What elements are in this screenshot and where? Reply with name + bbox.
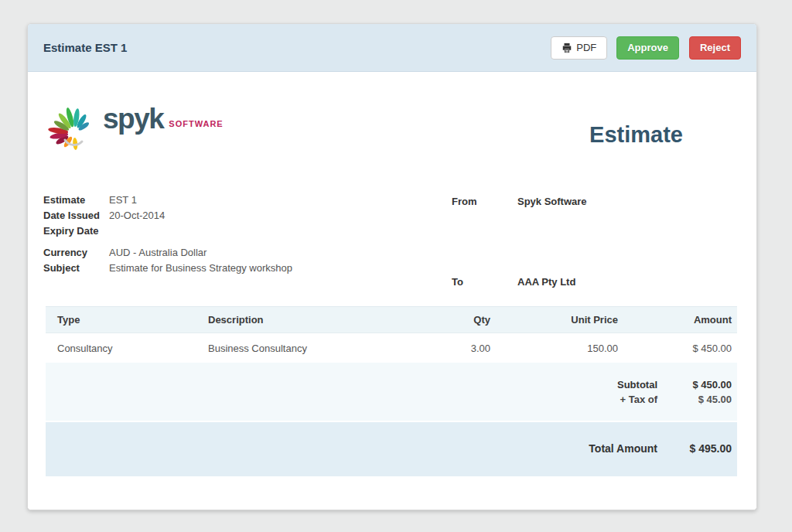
estimate-fields: Estimate EST 1 Date Issued 20-Oct-2014 E…	[43, 194, 292, 278]
printer-icon	[562, 43, 572, 53]
field-expiry-date: Expiry Date	[43, 225, 292, 235]
reject-button[interactable]: Reject	[689, 36, 741, 60]
subtotal-row: Subtotal $ 450.00	[46, 379, 737, 390]
from-label: From	[452, 196, 517, 207]
field-value: 20-Oct-2014	[109, 210, 165, 220]
company-logo: spyk SOFTWARE	[43, 97, 224, 154]
cell-qty: 3.00	[367, 333, 490, 364]
pdf-button-label: PDF	[576, 42, 596, 53]
estimate-panel: Estimate EST 1 PDF Approve Reject	[27, 23, 757, 510]
to-label: To	[452, 276, 517, 288]
to-value: AAA Pty Ltd	[517, 276, 575, 288]
total-section: Total Amount $ 495.00	[46, 422, 737, 476]
tax-label: + Tax of	[620, 394, 657, 405]
field-label: Date Issued	[43, 210, 109, 220]
field-label: Estimate	[43, 194, 109, 204]
line-items-table: Type Description Qty Unit Price Amount C…	[46, 306, 737, 364]
total-label: Total Amount	[589, 442, 657, 455]
from-party: From Spyk Software	[452, 196, 587, 207]
field-estimate: Estimate EST 1	[43, 194, 292, 204]
pdf-button[interactable]: PDF	[551, 36, 607, 60]
logo-suffix: SOFTWARE	[169, 119, 223, 128]
field-value: EST 1	[109, 194, 137, 204]
col-unit-price: Unit Price	[490, 307, 618, 333]
col-type: Type	[46, 307, 196, 333]
field-label: Currency	[43, 247, 109, 257]
total-value: $ 495.00	[657, 442, 732, 455]
subtotal-value: $ 450.00	[657, 379, 732, 390]
field-value: Estimate for Business Strategy workshop	[109, 262, 292, 272]
field-currency: Currency AUD - Australia Dollar	[43, 247, 292, 257]
col-description: Description	[196, 307, 367, 333]
logo-name: spyk	[103, 104, 163, 133]
table-header-row: Type Description Qty Unit Price Amount	[46, 307, 737, 333]
reject-button-label: Reject	[700, 42, 730, 53]
approve-button[interactable]: Approve	[616, 36, 679, 60]
field-label: Expiry Date	[43, 225, 109, 235]
field-label: Subject	[43, 262, 109, 272]
page-title: Estimate EST 1	[43, 41, 551, 54]
total-row: Total Amount $ 495.00	[46, 442, 737, 455]
estimate-document: spyk SOFTWARE Estimate Estimate EST 1 Da…	[28, 72, 756, 510]
tax-row: + Tax of $ 45.00	[46, 394, 737, 405]
starburst-icon	[43, 97, 99, 154]
document-heading: Estimate	[589, 122, 683, 148]
subtotal-label: Subtotal	[617, 379, 657, 390]
subtotal-section: Subtotal $ 450.00 + Tax of $ 45.00	[46, 363, 737, 421]
cell-description: Business Consultancy	[196, 333, 367, 364]
from-value: Spyk Software	[517, 196, 587, 207]
col-amount: Amount	[618, 307, 737, 333]
cell-type: Consultancy	[46, 333, 196, 364]
field-value: AUD - Australia Dollar	[109, 247, 207, 257]
field-subject: Subject Estimate for Business Strategy w…	[43, 262, 292, 272]
field-date-issued: Date Issued 20-Oct-2014	[43, 210, 292, 220]
approve-button-label: Approve	[627, 42, 668, 53]
table-row: Consultancy Business Consultancy 3.00 15…	[46, 333, 737, 364]
panel-header: Estimate EST 1 PDF Approve Reject	[28, 24, 756, 72]
cell-unit-price: 150.00	[490, 333, 618, 364]
to-party: To AAA Pty Ltd	[452, 276, 575, 288]
cell-amount: $ 450.00	[618, 333, 737, 364]
tax-value: $ 45.00	[657, 394, 732, 405]
col-qty: Qty	[367, 307, 490, 333]
